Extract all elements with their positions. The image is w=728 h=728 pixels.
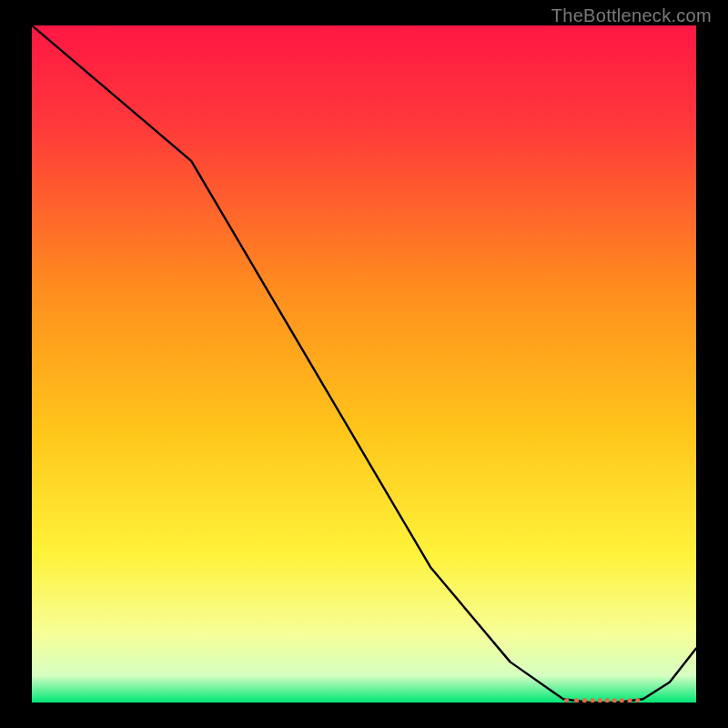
watermark-text: TheBottleneck.com [551, 5, 712, 26]
chart-root: TheBottleneck.com [0, 0, 728, 728]
chart-svg [32, 25, 696, 703]
chart-plot-area [32, 25, 696, 703]
gradient-background [32, 25, 696, 703]
